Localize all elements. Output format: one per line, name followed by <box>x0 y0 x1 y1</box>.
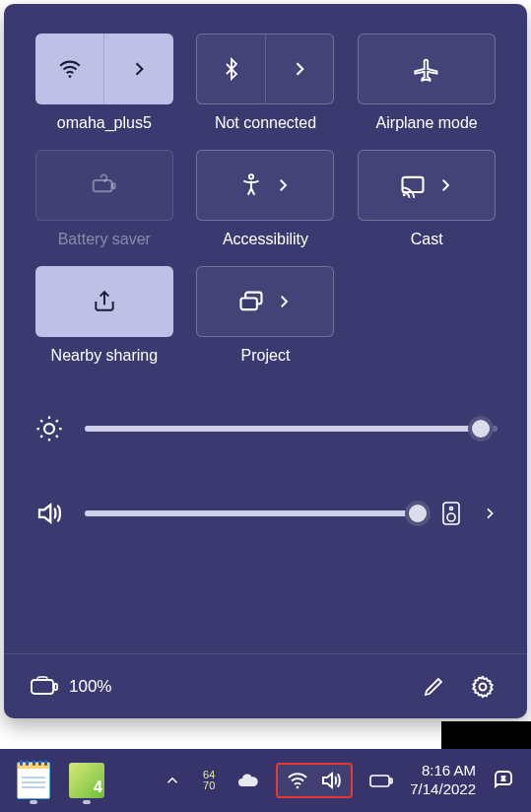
tray-network-volume-group[interactable] <box>276 763 353 798</box>
background-strip <box>441 721 531 749</box>
svg-rect-18 <box>390 778 392 783</box>
wifi-toggle[interactable] <box>35 34 104 104</box>
svg-rect-1 <box>94 180 112 191</box>
speaker-device-icon <box>441 501 461 526</box>
tile-airplane-label: Airplane mode <box>376 114 478 132</box>
tile-wifi[interactable] <box>35 34 173 104</box>
tile-wifi-label: omaha_plus5 <box>57 114 152 132</box>
accessibility-icon <box>238 172 264 198</box>
audio-output-button[interactable] <box>440 501 462 526</box>
tile-nearby[interactable] <box>35 266 173 337</box>
volume-icon <box>319 769 343 792</box>
cloud-icon <box>236 769 260 792</box>
svg-point-0 <box>68 75 71 78</box>
tile-cast[interactable] <box>358 150 496 221</box>
svg-rect-17 <box>370 776 389 786</box>
svg-rect-4 <box>403 177 424 192</box>
tile-airplane[interactable] <box>358 34 496 104</box>
panel-bottom-bar: 100% <box>4 653 527 718</box>
wifi-icon <box>57 56 83 82</box>
quick-settings-panel: omaha_plus5 Not connected Airpla <box>4 4 527 718</box>
tile-wifi-wrap: omaha_plus5 <box>33 34 175 132</box>
battery-icon <box>30 676 59 698</box>
tile-batterysaver-label: Battery saver <box>58 231 151 248</box>
brightness-icon <box>33 414 65 443</box>
bluetooth-expand[interactable] <box>266 34 334 103</box>
clock-time: 8:16 AM <box>422 762 476 780</box>
wifi-icon <box>286 769 309 792</box>
notepad-icon <box>17 762 50 799</box>
svg-point-10 <box>450 508 453 510</box>
tiles-grid: omaha_plus5 Not connected Airpla <box>33 34 498 365</box>
taskbar-app-photos[interactable]: 4 <box>63 757 110 804</box>
bluetooth-toggle[interactable] <box>197 34 265 103</box>
taskbar: 4 64 70 8:16 AM 7/14/2022 z <box>0 749 531 812</box>
volume-row <box>33 499 498 528</box>
brightness-row <box>33 414 498 443</box>
tile-project[interactable] <box>196 266 334 337</box>
audio-output-expand[interactable] <box>482 506 498 521</box>
tile-project-label: Project <box>241 347 291 365</box>
tile-nearby-label: Nearby sharing <box>51 347 159 365</box>
svg-point-16 <box>297 786 299 789</box>
chevron-right-icon <box>274 176 292 194</box>
tile-accessibility-label: Accessibility <box>223 231 308 248</box>
volume-slider[interactable] <box>85 510 421 516</box>
svg-point-8 <box>44 424 54 434</box>
chevron-right-icon <box>129 59 149 79</box>
tray-onedrive[interactable] <box>231 765 266 796</box>
svg-point-3 <box>249 174 253 178</box>
system-tray: 64 70 8:16 AM 7/14/2022 z <box>158 762 521 799</box>
tray-overflow[interactable] <box>158 768 187 793</box>
chevron-up-icon <box>164 772 181 789</box>
project-icon <box>237 288 265 315</box>
tile-airplane-wrap: Airplane mode <box>356 34 498 132</box>
photos-icon: 4 <box>69 763 104 798</box>
gear-icon <box>470 674 496 700</box>
battery-icon <box>368 771 394 790</box>
notification-dnd-icon: z <box>492 769 515 792</box>
svg-text:z: z <box>501 775 505 781</box>
settings-button[interactable] <box>464 668 501 706</box>
svg-point-11 <box>447 513 455 521</box>
tile-bluetooth-wrap: Not connected <box>195 34 337 132</box>
chevron-right-icon <box>275 293 293 310</box>
battery-saver-icon <box>90 170 119 200</box>
tray-clock[interactable]: 8:16 AM 7/14/2022 <box>410 762 476 799</box>
tile-batterysaver <box>35 150 173 221</box>
bluetooth-icon <box>220 57 243 81</box>
tile-accessibility-wrap: Accessibility <box>195 150 337 248</box>
brightness-slider[interactable] <box>85 426 498 432</box>
svg-rect-13 <box>54 684 57 690</box>
chevron-right-icon <box>436 176 454 194</box>
cast-icon <box>399 171 427 199</box>
volume-icon <box>33 499 65 528</box>
weather-widget: 64 70 <box>203 770 215 791</box>
wifi-expand[interactable] <box>104 34 173 104</box>
tile-cast-wrap: Cast <box>356 150 498 248</box>
edit-button[interactable] <box>415 668 452 706</box>
tile-accessibility[interactable] <box>196 150 334 221</box>
tile-bluetooth[interactable] <box>196 34 334 104</box>
share-icon <box>92 289 117 314</box>
svg-point-5 <box>403 194 406 197</box>
svg-point-15 <box>480 683 487 690</box>
svg-rect-7 <box>241 299 257 310</box>
tile-nearby-wrap: Nearby sharing <box>33 266 175 365</box>
tile-cast-label: Cast <box>411 231 443 248</box>
tile-project-wrap: Project <box>195 266 337 365</box>
tray-weather[interactable]: 64 70 <box>197 766 221 795</box>
battery-status[interactable]: 100% <box>30 676 111 698</box>
pencil-icon <box>422 675 445 699</box>
tray-battery[interactable] <box>363 767 400 794</box>
sliders-section <box>33 414 498 528</box>
tray-notifications[interactable]: z <box>486 765 521 796</box>
chevron-right-icon <box>482 506 498 521</box>
taskbar-app-notepad[interactable] <box>10 757 57 804</box>
airplane-icon <box>413 55 440 83</box>
clock-date: 7/14/2022 <box>410 780 476 799</box>
tile-batterysaver-wrap: Battery saver <box>33 150 175 248</box>
chevron-right-icon <box>290 59 309 79</box>
battery-percent: 100% <box>69 677 111 697</box>
svg-rect-2 <box>112 183 115 188</box>
